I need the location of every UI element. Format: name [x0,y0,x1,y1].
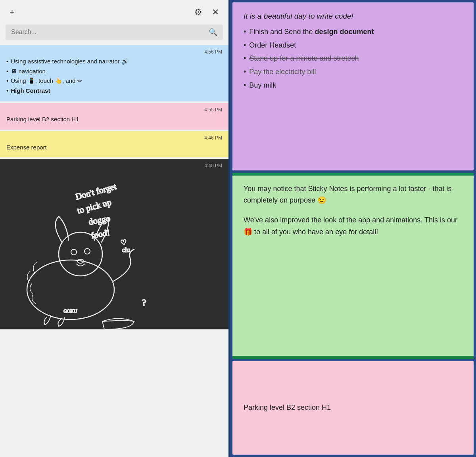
right-panel: It is a beautiful day to write code! • F… [230,0,476,457]
bullet-dot: • [244,66,246,78]
notes-list: 4:56 PM • Using assistive technologies a… [0,45,228,457]
list-item: • High Contrast [6,86,222,96]
bullet-dot: • [244,53,246,65]
svg-point-9 [84,249,90,254]
sticky-note-green[interactable]: You may notice that Sticky Notes is perf… [232,173,474,359]
search-icon: 🔍 [209,28,217,36]
note-time-blue: 4:56 PM [6,49,222,55]
bullet-text: Order Headset [249,40,296,52]
bullet-dot: • [244,26,246,38]
note-content-blue: • Using assistive technologies and narra… [6,57,222,95]
note-content-pink: Parking level B2 section H1 [6,115,222,124]
list-item: • Pay the electricity bill [244,66,463,78]
bullet-text-strikethrough: Pay the electricity bill [249,66,316,78]
add-note-button[interactable]: + [8,6,16,19]
svg-text:Don't forget: Don't forget [74,181,117,201]
bullet-dot: • [244,40,246,52]
toolbar: + ⚙ ✕ [0,0,228,25]
svg-text:GOKU: GOKU [63,308,77,314]
bullet-dot: • [6,57,8,66]
sticky-note-pink-right[interactable]: Parking level B2 section H1 [232,361,474,455]
settings-button[interactable]: ⚙ [193,6,204,19]
svg-text:clu: clu [122,247,130,253]
svg-point-7 [59,232,102,276]
note-title-purple: It is a beautiful day to write code! [244,12,463,21]
close-button[interactable]: ✕ [210,6,221,19]
note-content-pink-right: Parking level B2 section H1 [244,402,331,414]
list-item: • Order Headset [244,40,463,52]
svg-text:♡: ♡ [120,238,127,247]
note-time-yellow: 4:46 PM [6,135,222,141]
list-item: • Using assistive technologies and narra… [6,57,222,66]
bullet-dot: • [6,86,8,96]
green-para-1: You may notice that Sticky Notes is perf… [244,183,463,207]
svg-text:?: ? [142,297,146,308]
bullet-text-strikethrough: Stand up for a minute and stretech [249,53,359,65]
note-card-dark[interactable]: 4:40 PM Don't forget to pick up doggo fo… [0,159,228,329]
search-bar: 🔍 [6,25,223,40]
green-para-2: We've also improved the look of the app … [244,214,463,238]
search-input[interactable] [11,29,209,36]
toolbar-right: ⚙ ✕ [193,6,221,19]
note-content-green: You may notice that Sticky Notes is perf… [232,173,474,249]
bullet-text-bold: High Contrast [11,86,50,96]
list-item: • 🖥 navigation [6,67,222,76]
bullet-text: Finish and Send the design document [249,26,374,38]
bullet-dot: • [6,67,8,76]
plus-icon: + [10,7,15,17]
note-card-pink[interactable]: 4:55 PM Parking level B2 section H1 [0,103,228,130]
bullet-dot: • [244,80,246,92]
bullet-text: Using assistive technologies and narrato… [11,57,129,66]
bullet-dot: • [6,76,8,86]
bullet-text: 🖥 navigation [11,67,46,76]
sticky-note-purple[interactable]: It is a beautiful day to write code! • F… [232,2,474,170]
close-icon: ✕ [212,7,219,17]
toolbar-left: + [8,6,16,19]
note-card-blue[interactable]: 4:56 PM • Using assistive technologies a… [0,45,228,101]
note-card-yellow[interactable]: 4:46 PM Expense report [0,131,228,158]
doggo-drawing: Don't forget to pick up doggo food! ♡ cl… [0,159,228,329]
svg-text:doggo: doggo [88,213,111,227]
note-time-pink: 4:55 PM [6,107,222,113]
gear-icon: ⚙ [194,7,202,17]
list-item: • Stand up for a minute and stretech [244,53,463,65]
bullet-text: Using 📱, touch 👆, and ✏ [11,76,82,86]
note-content-purple: • Finish and Send the design document • … [244,26,463,91]
note-content-yellow: Expense report [6,143,222,152]
left-panel: + ⚙ ✕ 🔍 4:56 PM • Using assistive techno… [0,0,230,457]
list-item: • Finish and Send the design document [244,26,463,38]
svg-point-8 [71,249,77,255]
list-item: • Using 📱, touch 👆, and ✏ [6,76,222,86]
list-item: • Buy milk [244,80,463,92]
bullet-text: Buy milk [249,80,276,92]
